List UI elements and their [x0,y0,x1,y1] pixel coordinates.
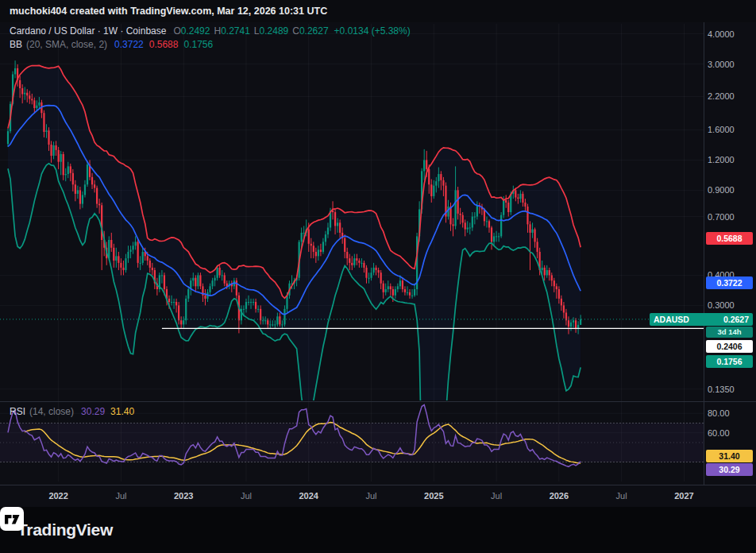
main-legend-row[interactable]: Cardano / US Dollar · 1W · Coinbase O0.2… [10,25,411,37]
candle-body [45,130,47,132]
candle-body [428,169,430,184]
candle-body [267,320,268,324]
candle-body [334,212,336,226]
low-label: L [254,25,260,37]
bb-upper-value: 0.5688 [149,39,179,50]
time-axis-label: Jul [115,491,126,501]
candle-body [486,221,488,222]
candle-body [161,275,163,276]
candle-body [253,302,254,303]
candle-body [50,145,52,156]
candle-body [48,130,49,145]
candle-body [351,263,353,265]
candle-body [469,227,471,228]
candle-body [442,180,444,186]
candle-body [120,263,122,268]
candle-body [397,286,399,289]
open-label: O [173,25,180,37]
candle-body [363,263,364,268]
close-label: C [292,25,299,37]
candle-body [575,320,577,329]
candle-body [192,278,194,280]
candle-body [467,227,469,229]
tradingview-wordmark[interactable]: TradingView [17,520,113,539]
candle-body [147,256,148,261]
candle-body [63,154,64,175]
candle-body [129,249,131,252]
rsi-indicator-name[interactable]: RSI [10,406,25,417]
candle-body [197,275,199,286]
candle-body [115,256,117,261]
candle-body [14,68,16,75]
candle-body [549,270,550,275]
badge-rsi-value: 30.29 [706,463,753,476]
candle-body [383,284,384,292]
bb-basis-value: 0.3722 [114,39,144,50]
price-axis-label: 1.6000 [708,125,735,134]
candle-body [79,190,81,203]
candle-body [378,270,380,273]
time-axis-label: 2023 [174,491,193,501]
candle-body [423,160,425,171]
candle-body [222,275,223,276]
candle-body [43,113,44,132]
time-axis-label: 2024 [299,491,319,501]
candle-body [544,268,546,276]
candle-body [87,164,88,184]
candle-body [171,302,172,303]
time-axis-label: 2027 [674,491,693,501]
candle-body [21,88,23,94]
candle-body [361,263,362,264]
bb-indicator-name[interactable]: BB [10,39,22,50]
candle-body [517,198,519,199]
bb-legend-row[interactable]: BB (20, SMA, close, 2) 0.3722 0.5688 0.1… [10,39,213,50]
candle-body [224,275,226,283]
candle-body [137,242,139,262]
candle-body [465,222,466,229]
candle-body [375,268,376,270]
candle-body [142,252,144,263]
tradingview-logo-icon[interactable] [0,507,24,531]
time-axis[interactable]: 2022Jul2023Jul2024Jul2025Jul2026Jul2027 [48,491,693,501]
candle-body [457,190,459,213]
candle-body [414,289,415,296]
candle-body [152,268,153,270]
candle-body [217,268,218,278]
candle-body [195,278,196,287]
time-axis-label: Jul [241,491,252,501]
candle-body [24,93,25,95]
price-axis-label: 2.2000 [708,91,735,101]
candle-body [407,292,408,293]
price-axis-label: 1.2000 [708,155,735,164]
candle-body [529,224,530,233]
candle-body [399,280,401,286]
candle-body [322,242,324,252]
candle-body [462,215,464,223]
rsi-value: 30.29 [81,406,105,417]
tradingview-snapshot: muchoki404 created with TradingView.com,… [0,0,756,553]
rsi-axis-label: 80.00 [708,408,730,418]
chart-canvas[interactable]: 4.00003.00002.20001.60001.20000.90000.70… [0,0,756,553]
candle-body [134,242,136,246]
candle-body [308,230,310,244]
candle-body [515,190,516,197]
badge-last-price: 0.2627 [723,315,749,324]
candle-body [409,292,411,296]
rsi-legend-row[interactable]: RSI (14, close) 30.29 31.40 [10,406,134,417]
candle-body [127,252,129,258]
candle-body [276,316,278,324]
candle-body [262,320,264,321]
candle-body [19,80,21,88]
candle-body [568,320,569,327]
candle-body [211,280,213,286]
candle-body [132,246,133,249]
candle-body [472,217,473,228]
price-axis-label: 0.3000 [708,300,735,310]
candle-body [327,227,329,234]
candle-body [257,309,259,310]
candle-body [260,309,261,320]
candle-body [534,230,535,242]
candle-body [320,249,322,252]
candle-body [301,233,303,242]
symbol-title[interactable]: Cardano / US Dollar · 1W · Coinbase [10,25,166,37]
